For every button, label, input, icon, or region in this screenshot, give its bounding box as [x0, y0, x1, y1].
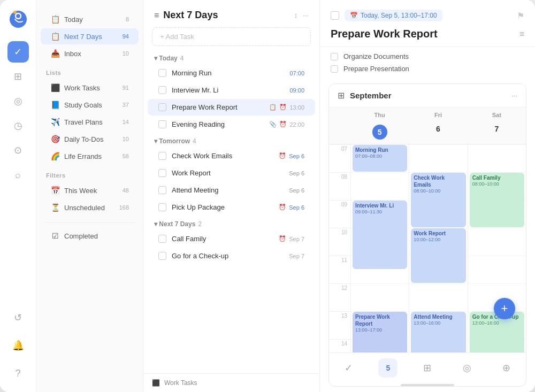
add-task-bar[interactable]: + Add Task	[152, 27, 311, 46]
sidebar-item-next7[interactable]: 📋 Next 7 Days 94	[41, 28, 139, 44]
bottom-plus-icon[interactable]: ⊕	[496, 358, 516, 378]
nav-help-icon[interactable]: ?	[7, 363, 29, 384]
checklist-checkbox-0[interactable]	[331, 53, 338, 60]
sidebar-count-next7: 94	[123, 33, 129, 40]
task-checkbox-attend-meeting[interactable]	[158, 186, 166, 194]
task-checkbox-call-family[interactable]	[158, 235, 166, 243]
time-slot-07: 07	[329, 144, 350, 172]
sidebar-label-completed: Completed	[64, 232, 129, 240]
cal-add-button[interactable]: +	[494, 298, 515, 319]
more-icon[interactable]: ···	[303, 11, 309, 19]
task-checkbox-interview[interactable]	[158, 86, 166, 94]
sidebar-item-thisweek[interactable]: 📅 This Week 48	[41, 182, 139, 198]
sort-icon[interactable]: ↕	[294, 11, 298, 19]
cal-day-num-sat: 7	[468, 122, 526, 137]
nav-search-icon[interactable]: ⌕	[7, 164, 29, 186]
bottom-grid-icon[interactable]: ⊞	[418, 358, 437, 378]
alarm2-icon: ⏰	[279, 121, 287, 128]
section-header-today[interactable]: ▾ Today 4	[143, 50, 319, 64]
task-item-work-report[interactable]: Prepare Work Report 📋 ⏰ 13:00	[148, 99, 315, 116]
task-item-evening-reading[interactable]: Evening Reading 📎 ⏰ 22:00	[148, 116, 315, 133]
nav-refresh-icon[interactable]: ↺	[7, 307, 29, 328]
task-meta-work-report2: Sep 6	[289, 170, 304, 176]
task-meta-attend-meeting: Sep 6	[289, 187, 304, 194]
detail-title: Prepare Work Report	[331, 28, 519, 40]
section-header-tomorrow[interactable]: ▾ Tomorrow 4	[143, 133, 319, 147]
sidebar-label-daily: Daily To-Dos	[64, 135, 123, 143]
detail-task-checkbox[interactable]	[331, 11, 339, 20]
nav-people-icon[interactable]: ⊙	[7, 140, 29, 161]
nav-bell-icon[interactable]: 🔔	[7, 335, 29, 356]
nav-check-icon[interactable]: ✓	[7, 41, 29, 63]
task-label-checkup: Go for a Check-up	[172, 252, 289, 260]
checklist-checkbox-1[interactable]	[331, 65, 338, 73]
sidebar-item-unsched[interactable]: ⏳ Unscheduled 168	[41, 199, 139, 216]
flag-icon[interactable]: ⚑	[517, 11, 524, 21]
event-morning-run[interactable]: Morning Run 07:00–08:00	[353, 145, 407, 172]
event-attend-meeting[interactable]: Attend Meeting 13:00–16:00	[411, 312, 465, 352]
cal-day-num-fri: 6	[409, 122, 467, 137]
sidebar-item-study[interactable]: 📘 Study Goals 37	[41, 97, 139, 113]
detail-date-label: Today, Sep 5, 13:00–17:00	[361, 12, 437, 19]
task-item-attend-meeting[interactable]: Attend Meeting Sep 6	[148, 182, 315, 198]
task-item-call-family[interactable]: Call Family ⏰ Sep 7	[148, 230, 315, 247]
event-work-report-fri[interactable]: Work Report 10:00–12:00	[411, 228, 465, 283]
event-call-family[interactable]: Call Family 08:00–10:00	[470, 173, 524, 227]
unsched-icon: ⏳	[50, 203, 60, 212]
home-indicator	[401, 384, 454, 386]
checklist-label-0: Organize Documents	[343, 52, 409, 60]
task-label-interview: Interview Mr. Li	[172, 86, 289, 94]
task-checkbox-work-report[interactable]	[158, 103, 166, 111]
sidebar-item-inbox[interactable]: 📥 Inbox 10	[41, 45, 139, 62]
detail-title-row: Prepare Work Report ≡	[331, 28, 524, 40]
event-interview[interactable]: Interview Mr. Li 09:00–11:30	[353, 201, 407, 269]
nav-target-icon[interactable]: ◎	[7, 90, 29, 112]
task-checkbox-work-report2[interactable]	[158, 169, 166, 177]
sidebar-count-life: 58	[123, 153, 129, 159]
task-item-morning-run[interactable]: Morning Run 07:00	[148, 65, 315, 81]
task-meta-interview: 09:00	[289, 87, 304, 94]
sidebar-label-unsched: Unscheduled	[64, 204, 119, 212]
event-prepare-report[interactable]: Prepare Work Report 13:00–17:00	[353, 312, 407, 352]
filters-section-label: Filters	[36, 165, 143, 182]
sidebar-item-life[interactable]: 🌈 Life Errands 58	[41, 148, 139, 164]
nav-grid-icon[interactable]: ⊞	[7, 66, 29, 87]
detail-menu-icon[interactable]: ≡	[519, 29, 524, 39]
life-icon: 🌈	[50, 152, 60, 160]
bottom-calendar-icon[interactable]: 5	[378, 358, 398, 378]
detail-header: 📅 Today, Sep 5, 13:00–17:00 ⚑ Prepare Wo…	[320, 0, 535, 47]
cal-day-num-thu: 5	[350, 122, 409, 144]
task-item-work-report2[interactable]: Work Report Sep 6	[148, 165, 315, 181]
svg-point-2	[13, 11, 17, 14]
task-meta-pickup-package: ⏰ Sep 6	[279, 204, 304, 211]
task-label-check-emails: Check Work Emails	[172, 152, 279, 160]
task-checkbox-checkup[interactable]	[158, 252, 166, 260]
task-checkbox-pickup-package[interactable]	[158, 203, 166, 211]
task-checkbox-evening-reading[interactable]	[158, 120, 166, 128]
sidebar-item-travel[interactable]: ✈️ Travel Plans 14	[41, 114, 139, 130]
task-item-interview[interactable]: Interview Mr. Li 09:00	[148, 82, 315, 98]
task-checkbox-check-emails[interactable]	[158, 152, 166, 160]
sidebar-item-daily[interactable]: 🎯 Daily To-Dos 10	[41, 131, 139, 147]
sidebar-item-work[interactable]: ⬛ Work Tasks 91	[41, 80, 139, 96]
cal-more-icon[interactable]: ···	[511, 91, 517, 99]
bottom-check-icon[interactable]: ✓	[339, 358, 358, 378]
task-item-check-emails[interactable]: Check Work Emails ⏰ Sep 6	[148, 148, 315, 164]
event-check-emails[interactable]: Check Work Emails 08:00–10:00	[411, 173, 465, 227]
task-list-header: ≡ Next 7 Days ↕ ···	[143, 0, 319, 27]
time-slot-08: 08	[329, 172, 350, 200]
sidebar-count-thisweek: 48	[123, 187, 129, 194]
task-meta-evening-reading: 📎 ⏰ 22:00	[269, 121, 304, 128]
bottom-target-icon[interactable]: ◎	[457, 358, 477, 378]
event-checkup[interactable]: Go for a Check-up 13:00–16:00	[470, 312, 524, 352]
task-checkbox-morning-run[interactable]	[158, 69, 166, 77]
thisweek-icon: 📅	[50, 186, 60, 195]
sidebar-count-work: 91	[123, 84, 129, 91]
nav-clock-icon[interactable]: ◷	[7, 115, 29, 136]
section-header-next7[interactable]: ▾ Next 7 Days 2	[143, 216, 319, 230]
task-item-pickup-package[interactable]: Pick Up Package ⏰ Sep 6	[148, 199, 315, 216]
sidebar-item-completed[interactable]: ☑ Completed	[41, 228, 139, 244]
section-label-tomorrow: ▾ Tomorrow	[154, 137, 190, 145]
sidebar-item-today[interactable]: 📋 Today 8	[41, 11, 139, 27]
task-item-checkup[interactable]: Go for a Check-up Sep 7	[148, 248, 315, 264]
